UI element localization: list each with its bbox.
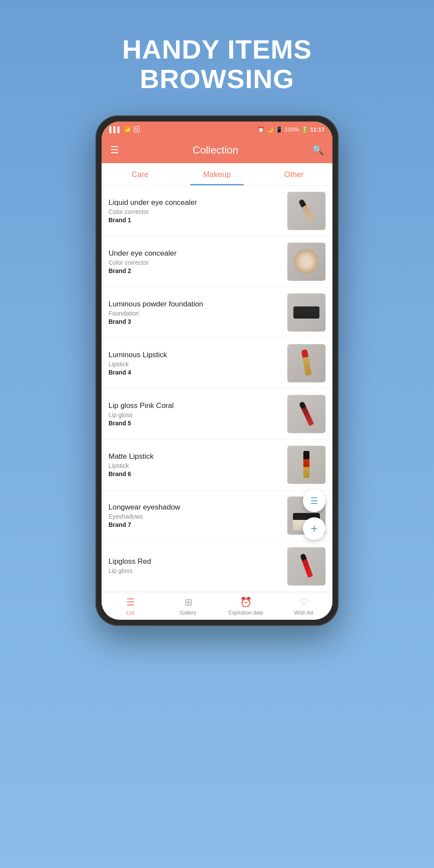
product-image (287, 395, 326, 433)
status-left: ▌▌▌ 📶 N (109, 126, 140, 133)
bottom-nav: ☰ List ⊞ Gallery ⏰ Expiration date ♡ Wis… (102, 592, 332, 620)
wishlist-nav-label: Wish list (294, 610, 313, 616)
nav-list[interactable]: ☰ List (102, 592, 159, 620)
nav-wishlist[interactable]: ♡ Wish list (275, 592, 332, 620)
list-item[interactable]: Liquid under eye concealer Color correct… (102, 186, 332, 237)
product-image (287, 293, 326, 332)
product-category: Eyeshadows (108, 513, 287, 520)
filter-icon: ☰ (310, 496, 318, 506)
product-info: Longwear eyeshadow Eyeshadows Brand 7 (108, 503, 287, 528)
product-brand: Brand 5 (108, 420, 287, 427)
product-brand: Brand 4 (108, 369, 287, 376)
tabs-container: Care Makeup Other (102, 163, 332, 186)
list-item[interactable]: Lip gloss Pink Coral Lip gloss Brand 5 (102, 389, 332, 440)
moon-icon: 🌙 (266, 126, 273, 133)
product-info: Under eye concealer Color corrector Bran… (108, 249, 287, 274)
product-info: Lip gloss Pink Coral Lip gloss Brand 5 (108, 401, 287, 427)
status-right: ⏰ 🌙 📳 100% 🔋 11:17 (257, 126, 325, 133)
product-category: Lip gloss (108, 411, 287, 418)
product-image (287, 547, 326, 585)
list-nav-icon: ☰ (126, 597, 135, 608)
product-name: Liquid under eye concealer (108, 198, 287, 207)
list-item[interactable]: Luminous powder foundation Foundation Br… (102, 287, 332, 338)
list-nav-label: List (126, 610, 135, 616)
tab-care[interactable]: Care (102, 170, 178, 185)
product-name: Matte Lipstick (108, 452, 287, 461)
product-info: Lipgloss Red Lip gloss (108, 557, 287, 575)
clock: 11:17 (310, 126, 325, 133)
battery-icon: 🔋 (301, 126, 308, 133)
phone-screen: ▌▌▌ 📶 N ⏰ 🌙 📳 100% 🔋 11:17 ☰ Collection … (102, 122, 332, 620)
product-name: Luminous Lipstick (108, 351, 287, 359)
battery-pct: 100% (285, 126, 299, 133)
signal-icon: ▌▌▌ (109, 126, 122, 133)
product-info: Luminous Lipstick Lipstick Brand 4 (108, 351, 287, 376)
product-brand: Brand 2 (108, 267, 287, 274)
product-image (287, 192, 326, 230)
gallery-nav-label: Gallery (180, 610, 196, 616)
product-brand: Brand 1 (108, 217, 287, 224)
search-icon[interactable]: 🔍 (312, 145, 324, 156)
product-name: Luminous powder foundation (108, 300, 287, 309)
product-category: Lipstick (108, 462, 287, 469)
app-bar: ☰ Collection 🔍 (102, 137, 332, 163)
product-image (287, 446, 326, 484)
product-name: Lipgloss Red (108, 557, 287, 566)
product-category: Color corrector (108, 259, 287, 266)
product-category: Foundation (108, 310, 287, 317)
list-item[interactable]: Under eye concealer Color corrector Bran… (102, 237, 332, 287)
list-item[interactable]: Luminous Lipstick Lipstick Brand 4 (102, 338, 332, 389)
product-name: Lip gloss Pink Coral (108, 401, 287, 410)
fab-container: ☰ + (303, 490, 326, 540)
wifi-icon: 📶 (124, 126, 131, 133)
product-category: Color corrector (108, 208, 287, 215)
phone-shell: ▌▌▌ 📶 N ⏰ 🌙 📳 100% 🔋 11:17 ☰ Collection … (95, 115, 339, 626)
hero-title: HANDY ITEMS BROWSING (122, 35, 312, 94)
nav-gallery[interactable]: ⊞ Gallery (159, 592, 217, 620)
product-brand: Brand 7 (108, 521, 287, 528)
nav-expiration[interactable]: ⏰ Expiration date (217, 592, 275, 620)
tab-makeup[interactable]: Makeup (178, 170, 255, 185)
filter-fab[interactable]: ☰ (303, 490, 326, 512)
menu-icon[interactable]: ☰ (110, 145, 119, 156)
status-bar: ▌▌▌ 📶 N ⏰ 🌙 📳 100% 🔋 11:17 (102, 122, 332, 137)
product-category: Lip gloss (108, 567, 287, 574)
list-item[interactable]: Matte Lipstick Lipstick Brand 6 (102, 440, 332, 490)
product-name: Under eye concealer (108, 249, 287, 258)
tab-other[interactable]: Other (256, 170, 332, 185)
alarm-icon: ⏰ (257, 126, 264, 133)
add-icon: + (311, 522, 318, 536)
product-name: Longwear eyeshadow (108, 503, 287, 512)
add-fab[interactable]: + (303, 517, 326, 540)
product-category: Lipstick (108, 361, 287, 368)
product-image (287, 243, 326, 281)
expiration-nav-label: Expiration date (228, 610, 263, 616)
product-brand: Brand 6 (108, 470, 287, 477)
nfc-icon: N (134, 126, 140, 132)
product-image (287, 344, 326, 382)
vibrate-icon: 📳 (276, 126, 283, 133)
app-bar-title: Collection (193, 144, 238, 156)
product-info: Liquid under eye concealer Color correct… (108, 198, 287, 224)
product-info: Matte Lipstick Lipstick Brand 6 (108, 452, 287, 477)
gallery-nav-icon: ⊞ (184, 597, 192, 608)
list-item[interactable]: Longwear eyeshadow Eyeshadows Brand 7 (102, 490, 332, 541)
expiration-nav-icon: ⏰ (240, 597, 252, 608)
product-info: Luminous powder foundation Foundation Br… (108, 300, 287, 325)
product-list: ☰ + Liquid under eye concealer Color cor… (102, 186, 332, 592)
list-item[interactable]: Lipgloss Red Lip gloss (102, 541, 332, 592)
wishlist-nav-icon: ♡ (299, 597, 308, 608)
product-brand: Brand 3 (108, 318, 287, 325)
